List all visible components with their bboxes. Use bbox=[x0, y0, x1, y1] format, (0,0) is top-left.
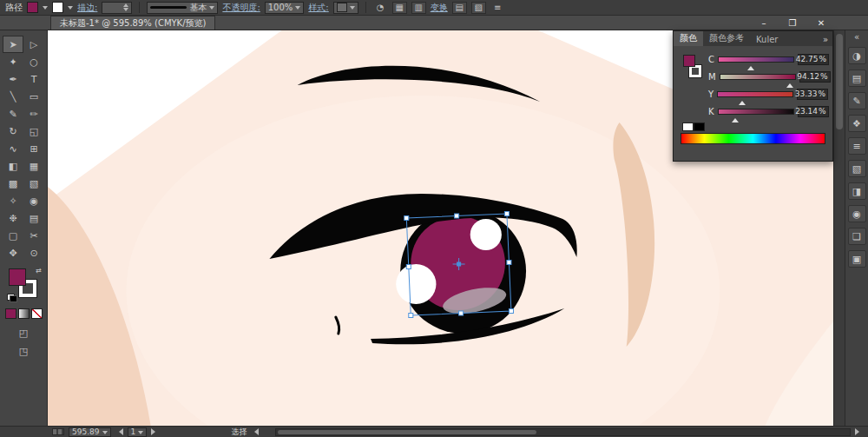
yellow-value-field[interactable]: 33.33% bbox=[797, 89, 828, 100]
cyan-value-field[interactable]: 42.75% bbox=[798, 54, 829, 65]
panel-stroke-indicator[interactable] bbox=[689, 65, 701, 77]
stroke-weight-combo[interactable] bbox=[102, 2, 132, 14]
fill-dropdown-icon[interactable] bbox=[43, 6, 48, 12]
links-panel-button[interactable]: ▣ bbox=[848, 250, 866, 268]
symbols-panel-button[interactable]: ❖ bbox=[848, 115, 866, 132]
transparency-panel-button[interactable]: ◨ bbox=[848, 182, 866, 200]
type-tool[interactable]: T bbox=[23, 70, 44, 88]
drawing-mode-icon[interactable]: ◰ bbox=[19, 328, 28, 339]
tab-color-guide[interactable]: 颜色参考 bbox=[703, 31, 750, 46]
arrange-objects-icon[interactable]: ▧ bbox=[471, 2, 486, 14]
yellow-slider[interactable] bbox=[717, 91, 793, 97]
color-mode-button[interactable] bbox=[5, 308, 16, 319]
tab-kuler[interactable]: Kuler bbox=[750, 34, 784, 46]
hand-tool[interactable]: ✥ bbox=[3, 244, 23, 262]
recolor-artwork-icon[interactable]: ◔ bbox=[373, 2, 388, 14]
align-cells-icon[interactable]: ▥ bbox=[411, 2, 426, 14]
lasso-tool[interactable]: ○ bbox=[23, 53, 44, 70]
horizontal-scrollbar[interactable] bbox=[275, 428, 851, 436]
artboard-combo[interactable]: 1 bbox=[128, 427, 148, 437]
appearance-panel-button[interactable]: ◉ bbox=[848, 205, 866, 222]
highlight-circle-small[interactable] bbox=[470, 219, 502, 250]
eyedropper-tool[interactable]: ✧ bbox=[3, 192, 23, 209]
color-spectrum-bar[interactable] bbox=[681, 133, 825, 144]
symbol-sprayer-tool[interactable]: ❉ bbox=[3, 209, 23, 227]
slider-thumb-C[interactable] bbox=[747, 63, 754, 70]
swap-fill-stroke-icon[interactable]: ⇄ bbox=[36, 267, 42, 275]
slider-thumb-K[interactable] bbox=[732, 115, 739, 122]
scroll-right-icon[interactable] bbox=[855, 428, 863, 435]
stroke-color-swatch[interactable] bbox=[52, 2, 63, 13]
close-button[interactable]: ✕ bbox=[812, 18, 830, 28]
free-transform-tool[interactable]: ⊞ bbox=[23, 140, 44, 157]
magenta-value-field[interactable]: 94.12% bbox=[799, 71, 831, 83]
scroll-left-icon[interactable] bbox=[251, 428, 259, 435]
align-grid-icon[interactable]: ▦ bbox=[392, 2, 407, 14]
black-value-field[interactable]: 23.14% bbox=[798, 106, 829, 117]
document-tab[interactable]: 未标题-1* @ 595.89% (CMYK/预览) bbox=[50, 16, 215, 30]
blend-tool[interactable]: ◉ bbox=[23, 192, 44, 209]
paintbrush-tool[interactable]: ✎ bbox=[3, 105, 23, 122]
vertical-scrollbar[interactable] bbox=[833, 30, 845, 426]
gradient-panel-button[interactable]: ▧ bbox=[848, 160, 866, 177]
vertical-scrollbar-thumb[interactable] bbox=[836, 34, 843, 129]
style-link[interactable]: 样式: bbox=[308, 2, 328, 14]
default-fill-stroke-icon[interactable] bbox=[7, 294, 15, 301]
line-segment-tool[interactable]: ╲ bbox=[3, 88, 23, 105]
brushes-panel-button[interactable]: ✎ bbox=[848, 92, 866, 109]
stroke-dropdown-icon[interactable] bbox=[68, 6, 73, 12]
panel-collapse-icon[interactable]: » bbox=[819, 35, 832, 46]
direct-selection-tool[interactable]: ▷ bbox=[23, 36, 44, 53]
cyan-slider[interactable] bbox=[718, 56, 794, 63]
selection-tool[interactable]: ➤ bbox=[3, 36, 23, 53]
fill-indicator[interactable] bbox=[9, 268, 26, 286]
mesh-tool[interactable]: ▩ bbox=[3, 175, 23, 192]
opacity-link[interactable]: 不透明度: bbox=[222, 2, 260, 14]
artboard-tool[interactable]: ▢ bbox=[3, 227, 23, 244]
magenta-slider[interactable] bbox=[720, 74, 796, 80]
gradient-mode-button[interactable] bbox=[18, 308, 30, 319]
pen-tool[interactable]: ✒ bbox=[3, 70, 23, 88]
white-swatch[interactable] bbox=[682, 122, 694, 131]
pencil-tool[interactable]: ✏ bbox=[23, 105, 44, 122]
rectangle-tool[interactable]: ▭ bbox=[23, 88, 44, 105]
minimize-button[interactable]: – bbox=[755, 18, 773, 28]
slider-thumb-Y[interactable] bbox=[739, 97, 746, 105]
black-slider[interactable] bbox=[718, 109, 794, 115]
horizontal-scrollbar-thumb[interactable] bbox=[278, 430, 536, 434]
swatches-panel-button[interactable]: ▤ bbox=[848, 70, 866, 87]
width-tool[interactable]: ∿ bbox=[3, 140, 23, 157]
stroke-panel-button[interactable]: ≡ bbox=[848, 137, 866, 155]
opacity-combo[interactable]: 100% bbox=[265, 2, 305, 14]
panel-fill-indicator[interactable] bbox=[683, 55, 695, 67]
stroke-panel-link[interactable]: 描边: bbox=[77, 2, 97, 14]
transform-link[interactable]: 变换 bbox=[431, 2, 448, 14]
zoom-combo[interactable]: 595.89 bbox=[69, 427, 111, 437]
color-panel-button[interactable]: ◑ bbox=[848, 47, 866, 64]
rotate-tool[interactable]: ↻ bbox=[3, 122, 23, 140]
previous-artboard-icon[interactable] bbox=[115, 428, 123, 435]
expand-panels-icon[interactable]: « bbox=[854, 32, 859, 44]
none-mode-button[interactable] bbox=[31, 308, 43, 319]
distribute-objects-icon[interactable]: ▤ bbox=[452, 2, 467, 14]
slider-thumb-M[interactable] bbox=[786, 80, 793, 88]
style-combo[interactable] bbox=[333, 2, 358, 14]
column-graph-tool[interactable]: ▤ bbox=[23, 209, 44, 227]
gradient-tool[interactable]: ▧ bbox=[23, 175, 44, 192]
tab-color[interactable]: 颜色 bbox=[674, 31, 703, 46]
control-panel-menu-icon[interactable]: ≡ bbox=[490, 2, 505, 14]
magic-wand-tool[interactable]: ✦ bbox=[3, 53, 23, 70]
black-swatch[interactable] bbox=[694, 122, 705, 131]
zoom-tool[interactable]: ⊙ bbox=[23, 244, 44, 262]
next-artboard-icon[interactable] bbox=[151, 428, 159, 435]
stroke-weight-stepper[interactable] bbox=[123, 1, 128, 14]
layers-panel-button[interactable]: ❏ bbox=[848, 228, 866, 245]
restore-button[interactable]: ❐ bbox=[784, 18, 801, 28]
shape-builder-tool[interactable]: ◧ bbox=[3, 157, 23, 175]
perspective-grid-tool[interactable]: ▦ bbox=[23, 157, 44, 175]
slice-tool[interactable]: ✂ bbox=[23, 227, 44, 244]
scale-tool[interactable]: ◱ bbox=[23, 122, 44, 140]
screen-mode-icon[interactable]: ◳ bbox=[19, 346, 28, 357]
fill-color-swatch[interactable] bbox=[27, 2, 38, 13]
brush-definition-combo[interactable]: 基本 bbox=[147, 2, 218, 14]
